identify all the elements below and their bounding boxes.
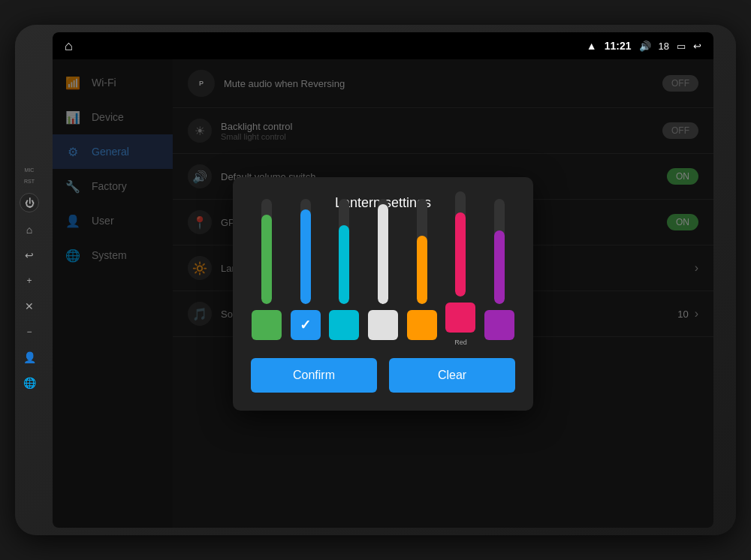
main-content: 📶 Wi-Fi 📊 Device ⚙ General 🔧 Factory	[53, 59, 713, 528]
slider-col-green	[251, 199, 282, 346]
slider-col-orange	[406, 199, 438, 346]
slider-col-cyan	[328, 199, 360, 346]
globe-side-button[interactable]: 🌐	[20, 373, 39, 393]
slider-track-cyan[interactable]	[339, 199, 349, 304]
confirm-button[interactable]: Confirm	[251, 358, 377, 393]
volume-level: 18	[659, 41, 669, 52]
home-side-button[interactable]: ⌂	[20, 220, 39, 239]
slider-track-white[interactable]	[378, 199, 388, 304]
user-side-button[interactable]: 👤	[20, 348, 39, 367]
screen: ⌂ ▲ 11:21 🔊 18 ▭ ↩ 📶 Wi-Fi	[53, 32, 713, 528]
mic-label: MIC	[25, 167, 35, 173]
lantern-dialog: Lantern settings	[233, 177, 533, 411]
dialog-overlay: Lantern settings	[53, 59, 713, 528]
home-icon[interactable]: ⌂	[65, 38, 73, 54]
status-bar: ⌂ ▲ 11:21 🔊 18 ▭ ↩	[53, 32, 713, 59]
slider-track-blue[interactable]	[300, 199, 311, 304]
slider-col-white	[367, 199, 399, 346]
slider-fill-red	[455, 212, 466, 297]
slider-fill-orange	[417, 236, 427, 304]
vol-up-side-button[interactable]: +	[20, 271, 39, 291]
slider-track-orange[interactable]	[417, 199, 427, 304]
slider-fill-green	[261, 215, 272, 304]
rst-label: RST	[24, 179, 35, 184]
clear-button[interactable]: Clear	[389, 358, 515, 393]
screen-icon: ▭	[677, 41, 686, 52]
color-swatch-orange[interactable]	[407, 310, 437, 340]
settings-side-button[interactable]: ✕	[20, 297, 39, 316]
back-icon[interactable]: ↩	[693, 41, 701, 52]
slider-col-blue: ✓	[290, 199, 321, 346]
color-swatch-cyan[interactable]	[329, 310, 359, 340]
slider-col-red: Red	[445, 191, 477, 346]
slider-track-red[interactable]	[455, 191, 466, 297]
slider-fill-white	[378, 204, 388, 304]
wifi-icon: ▲	[587, 40, 597, 52]
color-swatch-white[interactable]	[368, 310, 398, 340]
volume-icon: 🔊	[639, 41, 651, 52]
back-side-button[interactable]: ↩	[20, 245, 39, 265]
slider-track-green[interactable]	[261, 199, 272, 304]
slider-col-purple	[484, 199, 515, 346]
color-swatch-red[interactable]	[445, 303, 475, 333]
slider-fill-blue	[300, 209, 311, 304]
slider-fill-cyan	[339, 225, 349, 304]
color-swatch-green[interactable]	[252, 310, 282, 340]
sliders-container: ✓	[251, 226, 515, 346]
clock: 11:21	[605, 40, 632, 52]
power-button[interactable]: ⏻	[20, 193, 39, 212]
color-swatch-blue[interactable]: ✓	[291, 310, 321, 340]
car-unit: MIC RST ⏻ ⌂ ↩ + ✕ − 👤 🌐	[15, 25, 736, 535]
slider-label-red: Red	[454, 339, 467, 346]
slider-fill-purple	[494, 230, 505, 304]
dialog-buttons: Confirm Clear	[251, 358, 515, 393]
slider-track-purple[interactable]	[494, 199, 505, 304]
vol-down-side-button[interactable]: −	[20, 322, 39, 342]
color-swatch-purple[interactable]	[484, 310, 514, 340]
